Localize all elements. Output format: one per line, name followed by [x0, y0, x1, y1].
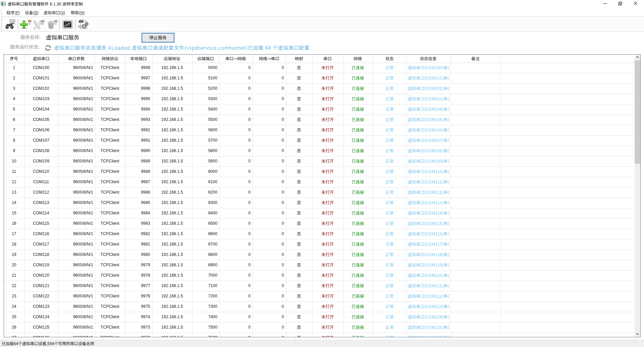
svg-text:192: 192 — [10, 20, 14, 23]
